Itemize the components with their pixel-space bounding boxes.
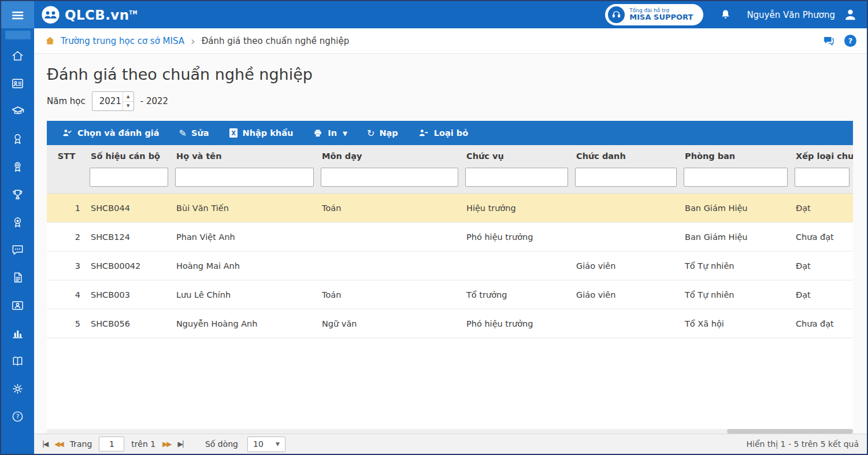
page-of-label: trên 1 bbox=[131, 439, 155, 449]
document-icon bbox=[12, 271, 24, 284]
cell-xep-loai: Chưa đạt bbox=[791, 232, 853, 242]
filter-ho-ten-input[interactable] bbox=[175, 168, 314, 187]
table-toolbar: Chọn và đánh giá ✎ Sửa X Nhập khẩu In bbox=[47, 121, 853, 145]
rows-per-page-label: Số dòng bbox=[205, 439, 238, 449]
table-row[interactable]: 3 SHCB00042 Hoàng Mai Anh Giáo viên Tổ T… bbox=[47, 251, 853, 280]
misa-support-button[interactable]: Tổng đài hỗ trợ MISA SUPPORT bbox=[605, 4, 703, 25]
cell-stt: 5 bbox=[47, 319, 86, 328]
feedback-chat-icon[interactable] bbox=[822, 35, 835, 47]
topbar: ≡ QLCB.vnTM Tổng đài hỗ trợ MISA SUPPORT bbox=[1, 1, 867, 28]
page-number-input[interactable] bbox=[99, 436, 124, 452]
cell-so-hieu: SHCB003 bbox=[86, 290, 172, 299]
profile-card-icon bbox=[11, 77, 24, 90]
notifications-bell-icon[interactable] bbox=[719, 9, 732, 21]
award-ribbon-icon bbox=[11, 160, 24, 173]
cell-stt: 2 bbox=[47, 232, 86, 242]
sidebar-item-reports[interactable] bbox=[1, 319, 34, 347]
col-header-chuc-danh[interactable]: Chức danh bbox=[572, 151, 680, 161]
table-row[interactable]: 1 SHCB044 Bùi Văn Tiến Toán Hiệu trưởng … bbox=[47, 194, 853, 223]
col-header-stt[interactable]: STT bbox=[47, 151, 86, 161]
staff-card-icon bbox=[11, 299, 24, 312]
cell-phong-ban: Ban Giám Hiệu bbox=[680, 204, 791, 213]
evaluation-table: Chọn và đánh giá ✎ Sửa X Nhập khẩu In bbox=[47, 121, 853, 434]
scrollbar-thumb[interactable] bbox=[727, 429, 853, 434]
horizontal-scrollbar[interactable] bbox=[47, 429, 853, 434]
reload-button[interactable]: ↻ Nạp bbox=[359, 121, 406, 145]
headset-icon bbox=[608, 6, 625, 23]
logo-people-icon bbox=[41, 5, 60, 24]
remove-button[interactable]: Loại bỏ bbox=[410, 121, 476, 145]
sidebar-item-profile[interactable] bbox=[1, 69, 34, 97]
cell-phong-ban: Tổ Xã hội bbox=[680, 319, 791, 328]
cell-mon-day: Toán bbox=[317, 290, 462, 299]
sidebar-item-award-1[interactable] bbox=[1, 125, 34, 153]
next-page-icon[interactable]: ▶▶ bbox=[162, 440, 170, 448]
support-text: Tổng đài hỗ trợ MISA SUPPORT bbox=[629, 8, 693, 22]
breadcrumb: Trường trung học cơ sở MISA › Đánh giá t… bbox=[34, 28, 867, 54]
first-page-icon[interactable]: |◀ bbox=[42, 440, 47, 448]
choose-evaluate-button[interactable]: Chọn và đánh giá bbox=[54, 121, 168, 145]
table-row[interactable]: 4 SHCB003 Lưu Lê Chính Toán Tổ trưởng Gi… bbox=[47, 280, 853, 309]
filter-phong-ban-input[interactable] bbox=[684, 168, 788, 187]
pagination-bar: |◀ ◀◀ Trang trên 1 ▶▶ ▶| Số dòng 10 ▼ Hi… bbox=[34, 434, 867, 454]
hamburger-menu-button[interactable]: ≡ bbox=[1, 1, 34, 28]
sidebar-item-home[interactable] bbox=[1, 42, 34, 69]
filter-chuc-danh-input[interactable] bbox=[575, 168, 677, 187]
sidebar-item-award-2[interactable] bbox=[1, 153, 34, 180]
import-button[interactable]: X Nhập khẩu bbox=[221, 121, 302, 145]
logo-text: QLCB.vnTM bbox=[65, 8, 138, 23]
breadcrumb-current-page: Đánh giá theo chuẩn nghề nghiệp bbox=[202, 36, 350, 46]
sidebar-item-help[interactable]: ? bbox=[1, 402, 34, 430]
help-icon[interactable]: ? bbox=[844, 35, 856, 47]
hamburger-icon: ≡ bbox=[10, 5, 25, 25]
col-header-mon-day[interactable]: Môn dạy bbox=[317, 151, 462, 161]
sidebar-item-training[interactable] bbox=[1, 97, 34, 125]
print-button[interactable]: In ▾ bbox=[305, 121, 355, 145]
table-row[interactable]: 5 SHCB056 Nguyễn Hoàng Anh Ngữ văn Phó h… bbox=[47, 309, 853, 338]
sidebar-item-staff[interactable] bbox=[1, 291, 34, 319]
breadcrumb-school-link[interactable]: Trường trung học cơ sở MISA bbox=[61, 36, 184, 46]
app-window: ≡ QLCB.vnTM Tổng đài hỗ trợ MISA SUPPORT bbox=[0, 0, 868, 455]
cell-chuc-danh: Giáo viên bbox=[572, 290, 680, 299]
previous-page-icon[interactable]: ◀◀ bbox=[54, 440, 62, 448]
sidebar-item-documents[interactable] bbox=[1, 264, 34, 291]
sidebar-item-achievement[interactable] bbox=[1, 180, 34, 208]
user-avatar-icon[interactable] bbox=[843, 8, 858, 22]
rows-per-page-select[interactable]: 10 ▼ bbox=[247, 436, 285, 452]
year-increment-icon[interactable]: ▲ bbox=[123, 92, 133, 102]
school-year-stepper: ▲ ▼ bbox=[92, 91, 134, 111]
table-filter-row bbox=[47, 167, 853, 194]
cell-ho-ten: Bùi Văn Tiến bbox=[172, 204, 317, 213]
filter-chuc-vu-input[interactable] bbox=[465, 168, 568, 187]
edit-button[interactable]: ✎ Sửa bbox=[171, 121, 217, 145]
current-user-name[interactable]: Nguyễn Văn Phương bbox=[747, 10, 835, 20]
question-icon: ? bbox=[11, 410, 24, 423]
sidebar-item-library[interactable] bbox=[1, 347, 34, 375]
col-header-so-hieu[interactable]: Số hiệu cán bộ bbox=[86, 151, 172, 161]
filter-so-hieu-input[interactable] bbox=[90, 168, 168, 187]
cell-ho-ten: Hoàng Mai Anh bbox=[172, 261, 317, 271]
cell-ho-ten: Phan Việt Anh bbox=[172, 232, 317, 242]
sidebar-item-settings[interactable] bbox=[1, 375, 34, 402]
filter-mon-day-input[interactable] bbox=[321, 168, 458, 187]
page-label: Trang bbox=[70, 439, 92, 449]
year-decrement-icon[interactable]: ▼ bbox=[123, 102, 133, 111]
person-check-icon bbox=[62, 128, 73, 138]
table-row[interactable]: 2 SHCB124 Phan Việt Anh Phó hiệu trưởng … bbox=[47, 223, 853, 251]
chevron-right-icon: › bbox=[191, 35, 195, 47]
last-page-icon[interactable]: ▶| bbox=[178, 440, 183, 448]
col-header-ho-ten[interactable]: Họ và tên bbox=[172, 151, 317, 161]
sidebar-item-communication[interactable] bbox=[1, 236, 34, 264]
cell-xep-loai: Chưa đạt bbox=[791, 319, 853, 328]
gear-icon bbox=[11, 382, 24, 395]
breadcrumb-home-icon[interactable] bbox=[44, 35, 55, 46]
sidebar-scroll-up[interactable] bbox=[5, 31, 31, 39]
school-year-input[interactable] bbox=[92, 92, 123, 110]
school-year-suffix: - 2022 bbox=[140, 96, 168, 106]
col-header-chuc-vu[interactable]: Chức vụ bbox=[462, 151, 572, 161]
col-header-phong-ban[interactable]: Phòng ban bbox=[680, 151, 791, 161]
filter-xep-loai-input[interactable] bbox=[795, 168, 850, 187]
col-header-xep-loai[interactable]: Xếp loại chung bbox=[791, 151, 853, 161]
sidebar-item-competition[interactable] bbox=[1, 208, 34, 236]
app-logo[interactable]: QLCB.vnTM bbox=[41, 5, 138, 24]
